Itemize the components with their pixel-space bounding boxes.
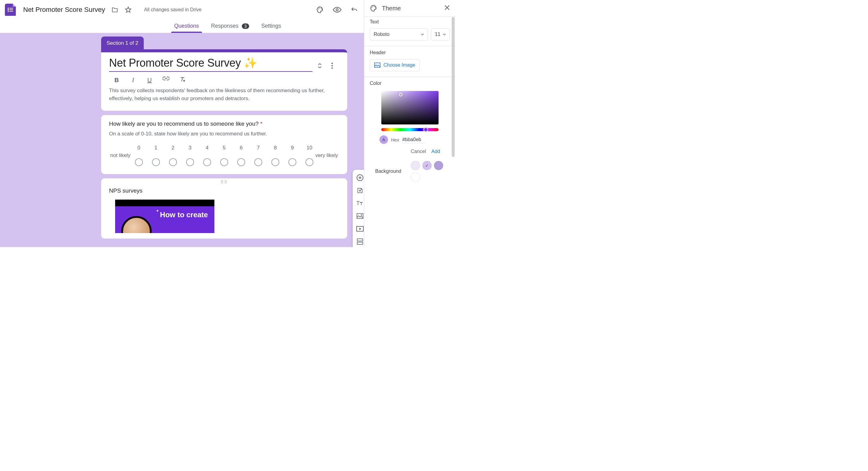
theme-panel-header: Theme	[364, 0, 455, 17]
question-card-linear-scale[interactable]: How likely are you to recommend us to so…	[101, 115, 347, 174]
hex-label: Hex	[391, 137, 399, 142]
undo-button[interactable]	[350, 5, 359, 14]
choose-header-image-button[interactable]: Choose Image	[370, 59, 420, 71]
italic-button[interactable]: I	[129, 77, 137, 84]
form-description[interactable]: This survey collects respondents' feedba…	[109, 87, 339, 105]
underline-button[interactable]: U	[146, 77, 154, 84]
svg-point-8	[321, 8, 321, 8]
form-title-input[interactable]: Net Promoter Score Survey ✨	[109, 57, 312, 72]
background-swatches: ✓	[411, 161, 444, 182]
color-add-button[interactable]: Add	[432, 149, 440, 154]
svg-point-7	[319, 8, 320, 8]
font-size-select[interactable]: 11	[431, 28, 450, 40]
clear-format-icon	[179, 77, 185, 83]
scale-radio-2[interactable]	[169, 158, 177, 166]
background-label: Background	[375, 169, 411, 174]
bg-swatch-lightest[interactable]	[411, 161, 420, 170]
clear-format-button[interactable]	[179, 77, 186, 84]
link-icon	[163, 77, 169, 80]
svg-point-16	[331, 68, 333, 69]
add-title-button[interactable]: Tᴛ	[356, 200, 364, 207]
question-subtitle: On a scale of 0-10, state how likely are…	[109, 131, 339, 137]
scale-radio-9[interactable]	[288, 158, 296, 166]
scale-radio-7[interactable]	[254, 158, 262, 166]
tab-settings[interactable]: Settings	[259, 20, 283, 33]
theme-panel: Theme Text Roboto 11 Header Choose	[364, 0, 455, 247]
forms-logo[interactable]	[5, 4, 16, 16]
tab-questions[interactable]: Questions	[173, 20, 201, 33]
eye-icon	[333, 7, 341, 13]
document-title[interactable]: Net Promoter Score Survey	[23, 6, 105, 14]
theme-panel-body: Text Roboto 11 Header Choose Image Color	[364, 17, 455, 247]
question-title: How likely are you to recommend us to so…	[109, 121, 339, 127]
close-theme-button[interactable]	[444, 5, 450, 12]
svg-point-4	[8, 11, 9, 12]
chevron-down-icon	[421, 33, 424, 35]
scale-radio-3[interactable]	[186, 158, 194, 166]
svg-point-6	[318, 8, 319, 9]
import-icon	[356, 187, 363, 194]
bg-swatch-darker[interactable]	[434, 161, 443, 170]
palette-icon	[316, 6, 324, 14]
scale-radio-6[interactable]	[237, 158, 245, 166]
theme-scrollbar[interactable]	[452, 17, 455, 247]
hue-slider-thumb	[423, 127, 428, 132]
tab-responses[interactable]: Responses 3	[209, 20, 251, 33]
import-questions-button[interactable]	[356, 187, 364, 194]
color-section-label: Color	[370, 80, 450, 86]
color-saturation-picker[interactable]	[381, 91, 439, 125]
video-thumbnail[interactable]: ✦ How to create	[115, 200, 214, 233]
video-overlay-text: How to create	[160, 210, 208, 220]
link-button[interactable]	[162, 77, 170, 84]
video-question-title[interactable]: NPS surveys	[109, 188, 339, 194]
bold-button[interactable]: B	[113, 77, 121, 84]
move-to-folder-button[interactable]	[111, 6, 119, 13]
drag-handle-icon[interactable]: ⠿⠿	[109, 179, 339, 184]
svg-point-0	[8, 8, 9, 9]
format-toolbar: B I U	[109, 75, 339, 87]
scale-radio-10[interactable]	[306, 158, 313, 166]
collapse-section-button[interactable]	[315, 63, 325, 68]
section-indicator: Section 1 of 2	[101, 36, 144, 49]
scale-low-label: not likely	[110, 153, 135, 159]
star-button[interactable]	[125, 6, 132, 13]
add-question-button[interactable]	[356, 174, 364, 181]
theme-text-section: Text Roboto 11	[364, 17, 455, 46]
svg-rect-22	[357, 239, 363, 241]
hue-slider[interactable]	[381, 128, 439, 131]
section-more-button[interactable]	[327, 63, 337, 69]
svg-point-24	[372, 7, 372, 8]
add-section-button[interactable]	[356, 238, 364, 245]
bg-swatch-white[interactable]	[411, 172, 420, 182]
customize-theme-button[interactable]	[316, 5, 324, 14]
scale-radio-0[interactable]	[135, 158, 143, 166]
hex-swatch-preview: A	[379, 135, 388, 144]
hex-input[interactable]	[402, 136, 425, 143]
add-image-button[interactable]	[356, 212, 364, 220]
svg-rect-5	[9, 11, 13, 11]
svg-point-9	[321, 9, 322, 10]
scale-radio-4[interactable]	[203, 158, 211, 166]
svg-rect-1	[9, 8, 13, 8]
scale-radio-8[interactable]	[271, 158, 279, 166]
preview-button[interactable]	[333, 5, 341, 14]
list-icon	[8, 8, 13, 12]
scale-radio-5[interactable]	[220, 158, 228, 166]
scrollbar-thumb	[452, 17, 455, 157]
responses-count-badge: 3	[242, 24, 249, 29]
form-header-card[interactable]: Net Promoter Score Survey ✨ B I U	[101, 49, 347, 111]
svg-point-25	[373, 6, 374, 7]
color-cancel-button[interactable]: Cancel	[411, 149, 426, 154]
question-card-video[interactable]: ⠿⠿ NPS surveys ✦ How to create	[101, 178, 347, 239]
add-video-button[interactable]	[356, 225, 364, 232]
color-picker-actions: Cancel Add	[370, 144, 450, 154]
font-family-select[interactable]: Roboto	[370, 28, 428, 40]
video-person-avatar	[121, 216, 152, 233]
image-icon	[374, 62, 380, 68]
bg-swatch-selected[interactable]: ✓	[423, 161, 432, 170]
scale-options: 0 1 2 3 4 5 6 7 8 9 10	[135, 145, 313, 166]
sparkle-icon: ✦	[156, 209, 159, 213]
svg-text:Tᴛ: Tᴛ	[356, 200, 363, 206]
scale-radio-1[interactable]	[152, 158, 160, 166]
svg-rect-3	[9, 9, 13, 10]
